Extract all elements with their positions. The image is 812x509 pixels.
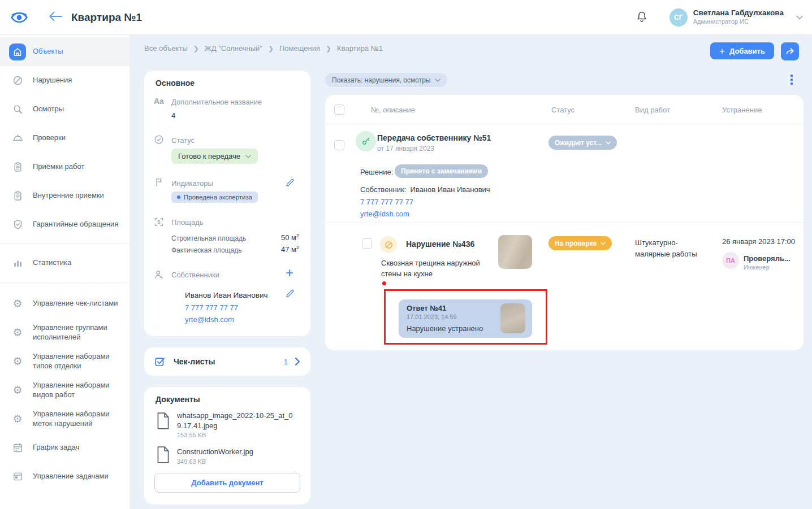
table-row-violation: Нарушение №436 Сквозная трещина наружной… <box>325 223 804 350</box>
transfer-phone-link[interactable]: 7 777 777 77 77 <box>360 198 413 206</box>
sidebar-item-work-acceptance[interactable]: Приёмки работ <box>0 153 129 181</box>
sidebar-item-task-schedule[interactable]: График задач <box>0 433 129 462</box>
sidebar-item-manage-executor-groups[interactable]: ⚙ Управление группами исполнителей <box>0 318 129 347</box>
edit-owner-button[interactable] <box>284 288 296 301</box>
back-button[interactable] <box>47 11 63 24</box>
document-size: 153.55 KB <box>177 432 296 438</box>
indicator-badge: Проведена экспертиза <box>171 192 258 203</box>
inspector-avatar: ПА <box>722 252 739 269</box>
pencil-icon <box>284 288 296 299</box>
checklists-card[interactable]: Чек-листы 1 <box>144 347 310 376</box>
sidebar: Объекты Нарушения Осмотры Проверки Приём… <box>0 35 129 509</box>
shield-check-icon <box>9 216 26 233</box>
transfer-email-link[interactable]: yrte@idsh.com <box>360 210 409 218</box>
chevron-right-icon[interactable] <box>295 357 300 366</box>
page-title: Квартира №1 <box>71 11 142 24</box>
checklists-label: Чек-листы <box>174 357 215 366</box>
violation-work-type: Штукатурно-малярные работы <box>635 237 706 259</box>
violation-title[interactable]: Нарушение №436 <box>406 240 474 249</box>
sidebar-item-label: Осмотры <box>33 105 70 114</box>
add-document-button[interactable]: Добавить документ <box>154 473 300 493</box>
task-board-icon <box>9 468 26 485</box>
violation-description: Сквозная трещина наружной стены на кухне <box>381 258 497 280</box>
add-owner-button[interactable]: + <box>286 266 293 280</box>
document-size: 349.63 KB <box>177 458 296 465</box>
clipboard-icon <box>9 159 26 176</box>
sidebar-item-manage-checklists[interactable]: ⚙ Управление чек-листами <box>0 289 129 318</box>
sidebar-item-statistics[interactable]: Статистика <box>0 249 129 277</box>
inspector-role: Инженер <box>744 264 770 271</box>
sidebar-item-label: Приёмки работ <box>33 162 90 171</box>
gear-check-icon: ⚙ <box>9 295 26 312</box>
user-menu-chevron-down-icon[interactable] <box>796 13 803 21</box>
notifications-button[interactable] <box>634 10 649 25</box>
hard-hat-icon <box>9 130 26 147</box>
breadcrumb-all-objects[interactable]: Все объекты <box>144 44 188 53</box>
row-checkbox[interactable] <box>334 140 344 150</box>
chevron-right-icon: ❯ <box>268 45 274 53</box>
table-row-transfer: Передача собственнику №51 от 17 января 2… <box>325 124 804 223</box>
user-name: Светлана Габдулхакова <box>693 8 784 18</box>
chevron-right-icon: ❯ <box>193 45 199 53</box>
area-row-value: 50 м2 <box>281 233 299 242</box>
share-button[interactable] <box>781 42 799 60</box>
owner-name: Иванов Иван Иванович <box>411 185 490 194</box>
status-circle-check-icon <box>153 134 165 147</box>
checkbox-checked-icon <box>154 356 166 367</box>
chevron-right-icon: ❯ <box>326 45 331 53</box>
breadcrumb-complex[interactable]: ЖД "Солнечный" <box>205 44 262 53</box>
sidebar-item-manage-finish-types[interactable]: ⚙ Управление наборами типов отделки <box>0 347 129 376</box>
file-icon <box>156 412 170 432</box>
sidebar-item-label: Управление наборами меток нарушений <box>33 410 129 428</box>
decision-label: Решение: <box>360 168 393 176</box>
flag-icon <box>154 177 165 189</box>
sidebar-item-label: Объекты <box>33 47 69 56</box>
file-icon <box>156 446 170 466</box>
chevron-down-icon <box>606 141 611 145</box>
clipboard-icon <box>9 188 26 205</box>
sidebar-item-violations[interactable]: Нарушения <box>0 66 129 95</box>
breadcrumb-premises[interactable]: Помещения <box>279 44 320 53</box>
sidebar-item-internal-acceptance[interactable]: Внутренние приемки <box>0 181 129 210</box>
violation-status-dropdown[interactable]: На проверке <box>548 236 612 250</box>
breadcrumb-current: Квартира №1 <box>337 44 383 53</box>
decision-badge: Принято с замечаниями <box>395 164 488 178</box>
sidebar-item-objects[interactable]: Объекты <box>0 37 129 66</box>
sidebar-item-warranty[interactable]: Гарантийные обращения <box>0 210 129 239</box>
show-filter-dropdown[interactable]: Показать: нарушения, осмотры <box>325 73 447 87</box>
sidebar-item-manage-tasks[interactable]: Управление задачами <box>0 462 129 491</box>
sidebar-item-checks[interactable]: Проверки <box>0 124 129 153</box>
user-avatar[interactable]: СГ <box>670 8 688 27</box>
add-button[interactable]: + Добавить <box>710 42 774 59</box>
sidebar-item-manage-work-types[interactable]: ⚙ Управление наборами видов работ <box>0 376 129 404</box>
area-row-value: 47 м2 <box>281 245 299 254</box>
user-role: Администратор ИС <box>693 18 784 26</box>
status-dropdown[interactable]: Готово к передаче <box>171 149 258 164</box>
pencil-icon <box>284 177 296 188</box>
sidebar-item-label: Внутренние приемки <box>33 191 110 200</box>
owner-phone-link[interactable]: 7 777 777 77 77 <box>185 303 238 312</box>
sidebar-divider <box>0 282 129 282</box>
edit-indicators-button[interactable] <box>284 177 296 190</box>
list-options-kebab-button[interactable] <box>787 72 797 87</box>
sidebar-item-inspections[interactable]: Осмотры <box>0 95 129 124</box>
sidebar-item-manage-violation-tags[interactable]: ⚙ Управление наборами меток нарушений <box>0 404 129 433</box>
transfer-status-dropdown[interactable]: Ожидает уст... <box>548 136 617 150</box>
transfer-title[interactable]: Передача собственнику №51 <box>377 133 491 142</box>
transfer-date: от 17 января 2023 <box>377 145 434 153</box>
owner-label: Собственник: <box>360 185 406 194</box>
document-item[interactable]: whatsapp_image_2022-10-25_at_09.17.41.jp… <box>177 411 296 438</box>
column-status: Статус <box>551 106 575 114</box>
violation-icon <box>9 72 26 89</box>
violation-photo-thumbnail[interactable] <box>498 235 532 269</box>
sidebar-item-label: Управление наборами видов работ <box>33 381 129 399</box>
owner-email-link[interactable]: yrte@idsh.com <box>185 315 234 324</box>
indicator-dot <box>177 195 180 199</box>
select-all-checkbox[interactable] <box>334 105 344 115</box>
document-item[interactable]: ConstructionWorker.jpg 349.63 KB <box>177 447 296 465</box>
items-table: №, описание Статус Вид работ Устранение … <box>325 95 804 350</box>
row-checkbox[interactable] <box>362 238 372 249</box>
red-highlight-annotation <box>384 289 547 345</box>
user-info: Светлана Габдулхакова Администратор ИС <box>693 8 784 26</box>
sidebar-item-label: Управление наборами типов отделки <box>33 352 129 371</box>
